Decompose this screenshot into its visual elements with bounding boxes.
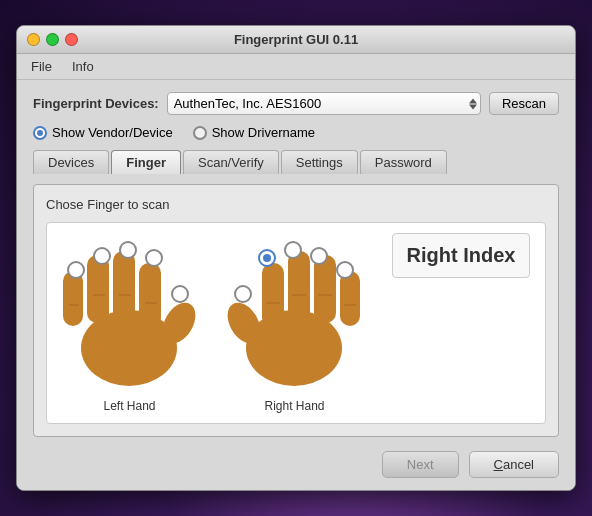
svg-rect-12 xyxy=(262,263,284,328)
maximize-button[interactable] xyxy=(46,33,59,46)
right-hand-section: Right Hand xyxy=(222,233,367,413)
right-hand-wrapper xyxy=(222,233,367,393)
titlebar: Fingerprint GUI 0.11 xyxy=(17,26,575,54)
left-hand-wrapper xyxy=(57,233,202,393)
svg-rect-2 xyxy=(139,263,161,328)
left-ring-dot[interactable] xyxy=(93,247,111,265)
svg-rect-4 xyxy=(87,255,109,323)
radio-vendor-label: Show Vendor/Device xyxy=(52,125,173,140)
svg-rect-3 xyxy=(113,251,135,323)
left-index-dot[interactable] xyxy=(145,249,163,267)
radio-vendor-indicator xyxy=(33,126,47,140)
cancel-button[interactable]: Cancel xyxy=(469,451,559,478)
radio-group: Show Vendor/Device Show Drivername xyxy=(33,125,559,140)
menubar: File Info xyxy=(17,54,575,80)
tabs-row: Devices Finger Scan/Verify Settings Pass… xyxy=(33,150,559,174)
content-area: Fingerprint Devices: AuthenTec, Inc. AES… xyxy=(17,80,575,490)
tab-settings[interactable]: Settings xyxy=(281,150,358,174)
tab-finger[interactable]: Finger xyxy=(111,150,181,174)
radio-driver-label: Show Drivername xyxy=(212,125,315,140)
left-hand-label: Left Hand xyxy=(103,399,155,413)
hands-container: Left Hand xyxy=(46,222,546,424)
close-button[interactable] xyxy=(65,33,78,46)
finger-panel: Chose Finger to scan xyxy=(33,184,559,437)
left-pinky-dot[interactable] xyxy=(67,261,85,279)
devices-label: Fingerprint Devices: xyxy=(33,96,159,111)
device-select-wrapper: AuthenTec, Inc. AES1600 xyxy=(167,92,481,115)
tab-password[interactable]: Password xyxy=(360,150,447,174)
tab-devices[interactable]: Devices xyxy=(33,150,109,174)
left-hand-section: Left Hand xyxy=(57,233,202,413)
tab-scan-verify[interactable]: Scan/Verify xyxy=(183,150,279,174)
left-middle-dot[interactable] xyxy=(119,241,137,259)
device-select[interactable]: AuthenTec, Inc. AES1600 xyxy=(167,92,481,115)
right-hand-label: Right Hand xyxy=(264,399,324,413)
left-thumb-dot[interactable] xyxy=(171,285,189,303)
right-pinky-dot[interactable] xyxy=(336,261,354,279)
panel-title: Chose Finger to scan xyxy=(46,197,546,212)
selected-finger-name: Right Index xyxy=(392,233,531,278)
buttons-row: Next Cancel xyxy=(33,451,559,478)
svg-rect-14 xyxy=(314,255,336,323)
devices-row: Fingerprint Devices: AuthenTec, Inc. AES… xyxy=(33,92,559,115)
radio-driver-indicator xyxy=(193,126,207,140)
main-window: Fingerprint GUI 0.11 File Info Fingerpri… xyxy=(16,25,576,491)
finger-name-box: Right Index xyxy=(387,233,535,278)
right-ring-dot[interactable] xyxy=(310,247,328,265)
radio-show-vendor[interactable]: Show Vendor/Device xyxy=(33,125,173,140)
window-title: Fingerprint GUI 0.11 xyxy=(234,32,358,47)
minimize-button[interactable] xyxy=(27,33,40,46)
svg-rect-15 xyxy=(340,271,360,326)
window-controls xyxy=(27,33,78,46)
svg-rect-13 xyxy=(288,251,310,323)
menu-info[interactable]: Info xyxy=(68,58,98,75)
svg-rect-5 xyxy=(63,271,83,326)
rescan-button[interactable]: Rescan xyxy=(489,92,559,115)
right-index-dot[interactable] xyxy=(258,249,276,267)
next-button[interactable]: Next xyxy=(382,451,459,478)
radio-show-driver[interactable]: Show Drivername xyxy=(193,125,315,140)
right-thumb-dot[interactable] xyxy=(234,285,252,303)
menu-file[interactable]: File xyxy=(27,58,56,75)
right-middle-dot[interactable] xyxy=(284,241,302,259)
